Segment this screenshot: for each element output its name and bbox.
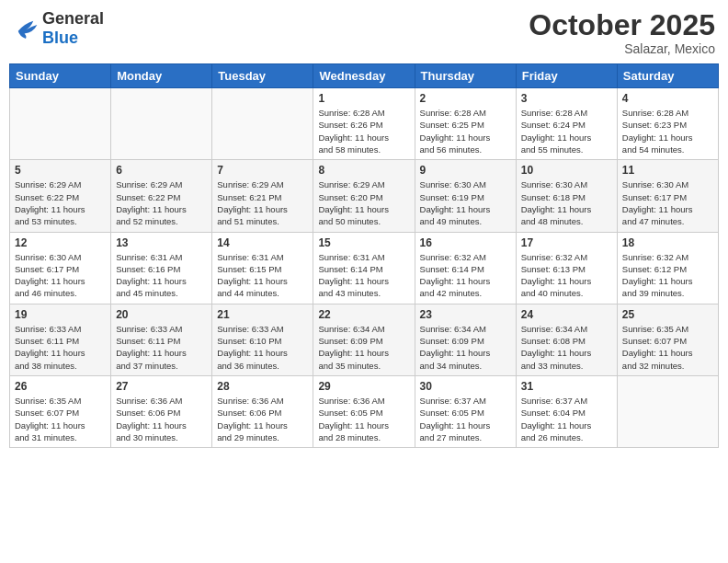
calendar-table: SundayMondayTuesdayWednesdayThursdayFrid… <box>9 63 719 448</box>
day-info: Sunrise: 6:30 AM Sunset: 6:18 PM Dayligh… <box>521 178 612 227</box>
day-number: 11 <box>622 164 713 177</box>
day-number: 26 <box>15 380 106 393</box>
weekday-header: Sunday <box>10 64 111 88</box>
weekday-header: Thursday <box>415 64 516 88</box>
day-info: Sunrise: 6:33 AM Sunset: 6:11 PM Dayligh… <box>15 323 106 372</box>
day-info: Sunrise: 6:34 AM Sunset: 6:08 PM Dayligh… <box>521 323 612 372</box>
day-info: Sunrise: 6:32 AM Sunset: 6:14 PM Dayligh… <box>420 251 511 300</box>
weekday-header: Saturday <box>617 64 718 88</box>
weekday-header: Friday <box>516 64 617 88</box>
day-number: 30 <box>420 380 511 393</box>
logo-bird-icon <box>13 18 39 39</box>
calendar-day-cell: 13Sunrise: 6:31 AM Sunset: 6:16 PM Dayli… <box>111 232 212 304</box>
calendar-day-cell: 19Sunrise: 6:33 AM Sunset: 6:11 PM Dayli… <box>10 304 111 375</box>
calendar-header-row: SundayMondayTuesdayWednesdayThursdayFrid… <box>10 64 719 88</box>
day-info: Sunrise: 6:28 AM Sunset: 6:24 PM Dayligh… <box>521 107 612 155</box>
day-info: Sunrise: 6:29 AM Sunset: 6:20 PM Dayligh… <box>318 178 409 227</box>
location-subtitle: Salazar, Mexico <box>529 41 715 56</box>
calendar-week-row: 19Sunrise: 6:33 AM Sunset: 6:11 PM Dayli… <box>10 304 719 375</box>
day-number: 25 <box>622 308 713 321</box>
day-number: 24 <box>521 308 612 321</box>
logo-text-blue: Blue <box>42 29 78 47</box>
day-info: Sunrise: 6:36 AM Sunset: 6:05 PM Dayligh… <box>318 395 409 443</box>
day-number: 17 <box>521 236 612 249</box>
calendar-week-row: 1Sunrise: 6:28 AM Sunset: 6:26 PM Daylig… <box>10 88 719 160</box>
day-number: 28 <box>217 380 308 393</box>
calendar-day-cell: 9Sunrise: 6:30 AM Sunset: 6:19 PM Daylig… <box>415 160 516 232</box>
calendar-day-cell: 20Sunrise: 6:33 AM Sunset: 6:11 PM Dayli… <box>111 304 212 375</box>
day-number: 2 <box>420 92 511 105</box>
weekday-header: Monday <box>111 64 212 88</box>
title-block: October 2025 Salazar, Mexico <box>529 9 715 56</box>
calendar-day-cell: 31Sunrise: 6:37 AM Sunset: 6:04 PM Dayli… <box>516 375 617 447</box>
calendar-day-cell: 21Sunrise: 6:33 AM Sunset: 6:10 PM Dayli… <box>212 304 313 375</box>
day-info: Sunrise: 6:33 AM Sunset: 6:11 PM Dayligh… <box>116 323 207 372</box>
calendar-day-cell: 8Sunrise: 6:29 AM Sunset: 6:20 PM Daylig… <box>313 160 415 232</box>
calendar-day-cell: 2Sunrise: 6:28 AM Sunset: 6:25 PM Daylig… <box>415 88 516 160</box>
calendar-day-cell <box>617 375 718 447</box>
day-info: Sunrise: 6:35 AM Sunset: 6:07 PM Dayligh… <box>15 395 106 443</box>
calendar-day-cell: 11Sunrise: 6:30 AM Sunset: 6:17 PM Dayli… <box>617 160 718 232</box>
day-info: Sunrise: 6:32 AM Sunset: 6:13 PM Dayligh… <box>521 251 612 300</box>
day-number: 9 <box>420 164 511 177</box>
day-number: 5 <box>15 164 106 177</box>
day-info: Sunrise: 6:36 AM Sunset: 6:06 PM Dayligh… <box>116 395 207 443</box>
calendar-day-cell: 28Sunrise: 6:36 AM Sunset: 6:06 PM Dayli… <box>212 375 313 447</box>
calendar-day-cell: 26Sunrise: 6:35 AM Sunset: 6:07 PM Dayli… <box>10 375 111 447</box>
calendar-day-cell: 7Sunrise: 6:29 AM Sunset: 6:21 PM Daylig… <box>212 160 313 232</box>
calendar-day-cell: 29Sunrise: 6:36 AM Sunset: 6:05 PM Dayli… <box>313 375 415 447</box>
calendar-day-cell: 12Sunrise: 6:30 AM Sunset: 6:17 PM Dayli… <box>10 232 111 304</box>
calendar-day-cell: 14Sunrise: 6:31 AM Sunset: 6:15 PM Dayli… <box>212 232 313 304</box>
day-info: Sunrise: 6:37 AM Sunset: 6:05 PM Dayligh… <box>420 395 511 443</box>
logo-text-general: General <box>42 9 104 28</box>
day-info: Sunrise: 6:30 AM Sunset: 6:19 PM Dayligh… <box>420 178 511 227</box>
day-number: 15 <box>318 236 409 249</box>
day-info: Sunrise: 6:29 AM Sunset: 6:22 PM Dayligh… <box>15 178 106 227</box>
day-info: Sunrise: 6:31 AM Sunset: 6:15 PM Dayligh… <box>217 251 308 300</box>
calendar-day-cell: 30Sunrise: 6:37 AM Sunset: 6:05 PM Dayli… <box>415 375 516 447</box>
day-number: 3 <box>521 92 612 105</box>
calendar-day-cell: 1Sunrise: 6:28 AM Sunset: 6:26 PM Daylig… <box>313 88 415 160</box>
weekday-header: Tuesday <box>212 64 313 88</box>
calendar-week-row: 12Sunrise: 6:30 AM Sunset: 6:17 PM Dayli… <box>10 232 719 304</box>
calendar-day-cell: 17Sunrise: 6:32 AM Sunset: 6:13 PM Dayli… <box>516 232 617 304</box>
day-number: 31 <box>521 380 612 393</box>
calendar-day-cell: 5Sunrise: 6:29 AM Sunset: 6:22 PM Daylig… <box>10 160 111 232</box>
month-title: October 2025 <box>529 9 715 41</box>
calendar-day-cell: 10Sunrise: 6:30 AM Sunset: 6:18 PM Dayli… <box>516 160 617 232</box>
day-info: Sunrise: 6:28 AM Sunset: 6:26 PM Dayligh… <box>318 107 409 155</box>
day-number: 29 <box>318 380 409 393</box>
calendar-day-cell <box>10 88 111 160</box>
day-info: Sunrise: 6:29 AM Sunset: 6:22 PM Dayligh… <box>116 178 207 227</box>
day-info: Sunrise: 6:28 AM Sunset: 6:25 PM Dayligh… <box>420 107 511 155</box>
day-number: 19 <box>15 308 106 321</box>
day-info: Sunrise: 6:31 AM Sunset: 6:14 PM Dayligh… <box>318 251 409 300</box>
day-number: 22 <box>318 308 409 321</box>
calendar-day-cell: 3Sunrise: 6:28 AM Sunset: 6:24 PM Daylig… <box>516 88 617 160</box>
calendar-day-cell: 24Sunrise: 6:34 AM Sunset: 6:08 PM Dayli… <box>516 304 617 375</box>
day-number: 23 <box>420 308 511 321</box>
calendar-day-cell: 27Sunrise: 6:36 AM Sunset: 6:06 PM Dayli… <box>111 375 212 447</box>
day-number: 6 <box>116 164 207 177</box>
day-info: Sunrise: 6:30 AM Sunset: 6:17 PM Dayligh… <box>15 251 106 300</box>
calendar-day-cell: 6Sunrise: 6:29 AM Sunset: 6:22 PM Daylig… <box>111 160 212 232</box>
calendar-day-cell: 4Sunrise: 6:28 AM Sunset: 6:23 PM Daylig… <box>617 88 718 160</box>
day-info: Sunrise: 6:28 AM Sunset: 6:23 PM Dayligh… <box>622 107 713 155</box>
day-info: Sunrise: 6:33 AM Sunset: 6:10 PM Dayligh… <box>217 323 308 372</box>
day-number: 1 <box>318 92 409 105</box>
day-number: 21 <box>217 308 308 321</box>
logo: General Blue <box>13 9 104 48</box>
day-info: Sunrise: 6:31 AM Sunset: 6:16 PM Dayligh… <box>116 251 207 300</box>
calendar-day-cell: 25Sunrise: 6:35 AM Sunset: 6:07 PM Dayli… <box>617 304 718 375</box>
day-number: 7 <box>217 164 308 177</box>
day-number: 14 <box>217 236 308 249</box>
calendar-day-cell: 16Sunrise: 6:32 AM Sunset: 6:14 PM Dayli… <box>415 232 516 304</box>
day-info: Sunrise: 6:37 AM Sunset: 6:04 PM Dayligh… <box>521 395 612 443</box>
day-number: 4 <box>622 92 713 105</box>
day-number: 20 <box>116 308 207 321</box>
page-header: General Blue October 2025 Salazar, Mexic… <box>9 9 719 56</box>
day-info: Sunrise: 6:34 AM Sunset: 6:09 PM Dayligh… <box>420 323 511 372</box>
day-number: 12 <box>15 236 106 249</box>
day-info: Sunrise: 6:36 AM Sunset: 6:06 PM Dayligh… <box>217 395 308 443</box>
day-number: 27 <box>116 380 207 393</box>
